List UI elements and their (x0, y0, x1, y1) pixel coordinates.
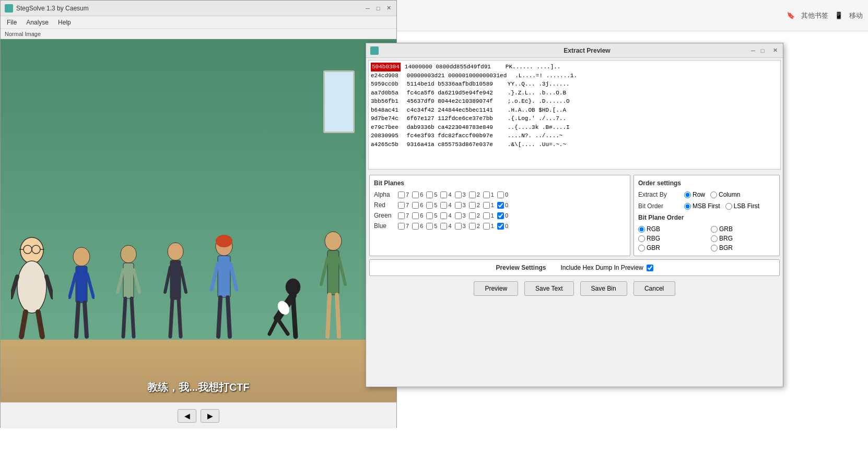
blue-cb-6-input[interactable] (412, 223, 419, 230)
alpha-cb-6-input[interactable] (412, 191, 419, 198)
green-cb-5: 5 (426, 212, 437, 219)
include-hex-checkbox[interactable] (647, 265, 653, 271)
bpo-brg-radio[interactable] (711, 235, 718, 242)
alpha-cb-5-input[interactable] (426, 191, 433, 198)
blue-cb-4-input[interactable] (440, 223, 447, 230)
hex-dump-area[interactable]: 504b0304 14000000 0800dd855d49fd91 PK...… (368, 60, 781, 170)
bit-planes-title: Bit Planes (374, 179, 626, 187)
red-cb-5-input[interactable] (426, 202, 433, 209)
svg-line-35 (228, 297, 230, 337)
alpha-cb-4: 4 (440, 191, 451, 198)
blue-cb-0-input[interactable] (497, 223, 504, 230)
alpha-cb-3-input[interactable] (455, 191, 462, 198)
close-button[interactable]: ✕ (385, 5, 392, 12)
menu-file[interactable]: File (3, 18, 21, 27)
hex-row-0: 504b0304 14000000 0800dd855d49fd91 PK...… (371, 63, 778, 71)
green-cb-6: 6 (412, 212, 423, 219)
green-cb-4-input[interactable] (440, 212, 447, 219)
red-cb-7-input[interactable] (398, 202, 405, 209)
prev-button[interactable]: ◀ (178, 409, 196, 423)
blue-cb-6-label: 6 (420, 223, 423, 229)
lsb-first-radio[interactable] (725, 203, 732, 210)
blue-cb-3-input[interactable] (455, 223, 462, 230)
green-label: Green (374, 212, 396, 219)
svg-point-17 (121, 245, 136, 263)
bpo-rgb-radio[interactable] (638, 226, 645, 233)
status-bar: Normal Image (1, 29, 396, 39)
next-button[interactable]: ▶ (201, 409, 219, 423)
alpha-cb-0-input[interactable] (497, 191, 504, 198)
menu-analyse[interactable]: Analyse (22, 18, 53, 27)
hex-mid-6: 6f67e127 112fdce6ce37e7bb (407, 114, 493, 123)
alpha-cb-4-input[interactable] (440, 191, 447, 198)
hex-ascii-9: .&\[.... .Uu=.~.~ (508, 140, 566, 149)
blue-cb-5-input[interactable] (426, 223, 433, 230)
svg-line-28 (179, 300, 181, 337)
extract-by-row-radio[interactable] (684, 191, 691, 198)
menu-help[interactable]: Help (54, 18, 75, 27)
svg-line-13 (69, 274, 76, 297)
green-cb-3-input[interactable] (455, 212, 462, 219)
bpo-gbr-radio[interactable] (638, 245, 645, 252)
maximize-button[interactable]: □ (374, 5, 382, 12)
svg-rect-18 (123, 263, 134, 298)
bpo-rbg-radio[interactable] (638, 235, 645, 242)
red-cb-5: 5 (426, 202, 437, 209)
red-cb-0-input[interactable] (497, 202, 504, 209)
green-cb-5-input[interactable] (426, 212, 433, 219)
order-settings-title: Order settings (638, 179, 775, 187)
blue-row: Blue 7 6 5 4 3 2 1 0 (374, 222, 626, 230)
green-cb-1-input[interactable] (483, 212, 490, 219)
bpo-bgr-radio[interactable] (711, 245, 718, 252)
save-bin-button[interactable]: Save Bin (580, 281, 627, 296)
green-cb-2-input[interactable] (469, 212, 476, 219)
msb-first-radio[interactable] (684, 203, 691, 210)
bpo-grb-radio[interactable] (711, 226, 718, 233)
hex-row-8: 20830995 fc4e3f93 fdc82faccf00b97e ....N… (371, 131, 778, 140)
blue-cb-2-label: 2 (477, 223, 480, 229)
green-cb-1-label: 1 (491, 212, 494, 219)
cancel-button[interactable]: Cancel (634, 281, 675, 296)
bit-order-radio-group: MSB First LSB First (684, 202, 759, 210)
blue-cb-0-label: 0 (505, 223, 508, 229)
character-3 (115, 243, 142, 341)
order-settings-panel: Order settings Extract By Row Column (634, 175, 780, 256)
red-cb-3-input[interactable] (455, 202, 462, 209)
svg-line-44 (321, 258, 327, 284)
green-cb-6-input[interactable] (412, 212, 419, 219)
green-cb-7-label: 7 (406, 212, 409, 219)
green-cb-2: 2 (469, 212, 480, 219)
save-text-button[interactable]: Save Text (524, 281, 573, 296)
extract-by-column-radio[interactable] (710, 191, 717, 198)
svg-line-40 (277, 318, 288, 334)
hex-start-2: 5959cc0b (371, 80, 398, 89)
alpha-cb-7-input[interactable] (398, 191, 405, 198)
hex-start-7: e79c7bee (371, 123, 398, 132)
dialog-minimize-button[interactable]: ─ (749, 47, 757, 54)
green-cb-7-input[interactable] (398, 212, 405, 219)
red-cb-1-input[interactable] (483, 202, 490, 209)
blue-cb-2-input[interactable] (469, 223, 476, 230)
green-cb-0-input[interactable] (497, 212, 504, 219)
alpha-cb-2-input[interactable] (469, 191, 476, 198)
blue-cb-7-input[interactable] (398, 223, 405, 230)
preview-button[interactable]: Preview (474, 281, 518, 296)
wall-window (323, 70, 355, 133)
minimize-button[interactable]: ─ (364, 5, 371, 12)
red-checkboxes: 7 6 5 4 3 2 1 0 (398, 202, 508, 209)
character-tall (319, 230, 348, 341)
svg-line-10 (38, 312, 42, 337)
bpo-brg-label: BRG (719, 235, 733, 242)
red-cb-2-input[interactable] (469, 202, 476, 209)
hex-start-6: 9d7be74c (371, 114, 398, 123)
blue-cb-1-input[interactable] (483, 223, 490, 230)
dialog-maximize-button[interactable]: □ (759, 47, 766, 54)
anime-image: 教练，我...我想打CTF (1, 39, 396, 402)
alpha-cb-1-input[interactable] (483, 191, 490, 198)
svg-line-26 (181, 267, 186, 292)
red-cb-4-input[interactable] (440, 202, 447, 209)
dialog-titlebar: ─ □ ✕ Extract Preview (366, 43, 783, 58)
hex-highlight-0: 504b0304 (371, 63, 401, 71)
red-cb-6-input[interactable] (412, 202, 419, 209)
dialog-close-button[interactable]: ✕ (771, 47, 779, 54)
